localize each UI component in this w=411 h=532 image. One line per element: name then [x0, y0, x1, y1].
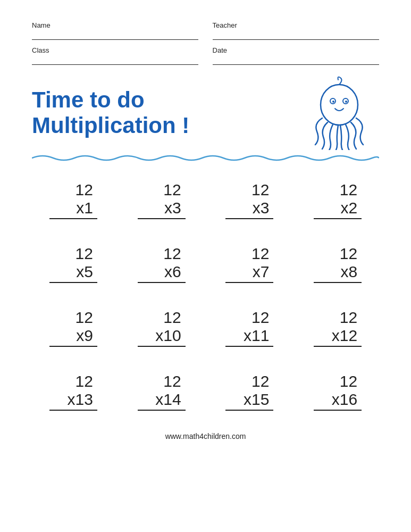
- problem-item: 12x10: [120, 309, 203, 347]
- problem-item: 12x3: [120, 181, 203, 219]
- problem-item: 12x5: [32, 245, 115, 283]
- multiplier: x3: [225, 199, 273, 217]
- answer-line[interactable]: [314, 410, 362, 411]
- class-field-group: Class: [32, 46, 198, 65]
- problem-inner: 12x12: [314, 309, 362, 347]
- problem-item: 12x14: [120, 372, 203, 411]
- svg-point-4: [345, 101, 347, 103]
- multiplicand: 12: [49, 245, 97, 263]
- problem-inner: 12x16: [314, 372, 362, 411]
- multiplier: x15: [225, 390, 273, 409]
- problem-inner: 12x13: [49, 372, 97, 411]
- worksheet-page: Name Teacher Class Date Time to do Multi…: [0, 0, 411, 532]
- problems-grid: 12x112x312x312x212x512x612x712x812x912x1…: [32, 181, 379, 411]
- multiplicand: 12: [225, 181, 273, 199]
- multiplier: x13: [49, 390, 97, 409]
- problem-inner: 12x1: [49, 181, 97, 219]
- problem-item: 12x6: [120, 245, 203, 283]
- answer-line[interactable]: [138, 346, 186, 347]
- multiplicand: 12: [314, 309, 362, 327]
- answer-line[interactable]: [225, 346, 273, 347]
- multiplier: x16: [314, 390, 362, 409]
- header-row-2: Class Date: [32, 46, 379, 65]
- svg-point-0: [321, 85, 358, 125]
- footer: www.math4children.com: [32, 432, 379, 440]
- problem-item: 12x2: [296, 181, 379, 219]
- answer-line[interactable]: [49, 218, 97, 219]
- problem-inner: 12x9: [49, 309, 97, 347]
- answer-line[interactable]: [138, 282, 186, 283]
- problem-item: 12x12: [296, 309, 379, 347]
- answer-line[interactable]: [49, 410, 97, 411]
- teacher-field-group: Teacher: [213, 21, 379, 40]
- problem-item: 12x7: [208, 245, 291, 283]
- problem-item: 12x15: [208, 372, 291, 411]
- multiplicand: 12: [225, 245, 273, 263]
- answer-line[interactable]: [225, 218, 273, 219]
- problem-inner: 12x14: [138, 372, 186, 411]
- header-row-1: Name Teacher: [32, 21, 379, 40]
- multiplier: x1: [49, 199, 97, 217]
- date-line[interactable]: [213, 55, 379, 65]
- problem-item: 12x9: [32, 309, 115, 347]
- multiplier: x2: [314, 199, 362, 217]
- multiplicand: 12: [138, 181, 186, 199]
- multiplicand: 12: [138, 309, 186, 327]
- answer-line[interactable]: [138, 218, 186, 219]
- name-label: Name: [32, 21, 198, 29]
- class-label: Class: [32, 46, 198, 54]
- multiplier: x8: [314, 263, 362, 281]
- footer-url: www.math4children.com: [165, 432, 246, 440]
- multiplicand: 12: [314, 181, 362, 199]
- problem-inner: 12x11: [225, 309, 273, 347]
- multiplier: x5: [49, 263, 97, 281]
- problem-inner: 12x6: [138, 245, 186, 283]
- problem-inner: 12x10: [138, 309, 186, 347]
- title-section: Time to do Multiplication !: [32, 76, 379, 150]
- multiplicand: 12: [225, 372, 273, 390]
- answer-line[interactable]: [314, 218, 362, 219]
- octopus-svg: [302, 76, 376, 150]
- teacher-line[interactable]: [213, 30, 379, 40]
- class-line[interactable]: [32, 55, 198, 65]
- problem-inner: 12x3: [225, 181, 273, 219]
- problem-inner: 12x7: [225, 245, 273, 283]
- date-field-group: Date: [213, 46, 379, 65]
- multiplier: x7: [225, 263, 273, 281]
- teacher-label: Teacher: [213, 21, 379, 29]
- answer-line[interactable]: [314, 282, 362, 283]
- problem-item: 12x3: [208, 181, 291, 219]
- octopus-image: [299, 76, 379, 150]
- wave-divider: [32, 152, 379, 164]
- svg-point-3: [332, 101, 334, 103]
- answer-line[interactable]: [49, 346, 97, 347]
- title-line1: Time to do: [32, 87, 189, 113]
- multiplicand: 12: [138, 245, 186, 263]
- multiplier: x14: [138, 390, 186, 409]
- answer-line[interactable]: [138, 410, 186, 411]
- multiplier: x12: [314, 327, 362, 345]
- answer-line[interactable]: [49, 282, 97, 283]
- multiplicand: 12: [49, 181, 97, 199]
- problem-inner: 12x2: [314, 181, 362, 219]
- multiplicand: 12: [225, 309, 273, 327]
- name-field-group: Name: [32, 21, 198, 40]
- multiplier: x3: [138, 199, 186, 217]
- name-line[interactable]: [32, 30, 198, 40]
- problem-inner: 12x5: [49, 245, 97, 283]
- problem-inner: 12x15: [225, 372, 273, 411]
- multiplier: x11: [225, 327, 273, 345]
- problem-item: 12x16: [296, 372, 379, 411]
- multiplicand: 12: [314, 372, 362, 390]
- date-label: Date: [213, 46, 379, 54]
- answer-line[interactable]: [225, 282, 273, 283]
- problem-item: 12x1: [32, 181, 115, 219]
- answer-line[interactable]: [225, 410, 273, 411]
- problem-item: 12x11: [208, 309, 291, 347]
- title-line2: Multiplication !: [32, 113, 189, 138]
- main-title: Time to do Multiplication !: [32, 87, 189, 139]
- multiplicand: 12: [49, 309, 97, 327]
- multiplicand: 12: [49, 372, 97, 390]
- multiplicand: 12: [138, 372, 186, 390]
- answer-line[interactable]: [314, 346, 362, 347]
